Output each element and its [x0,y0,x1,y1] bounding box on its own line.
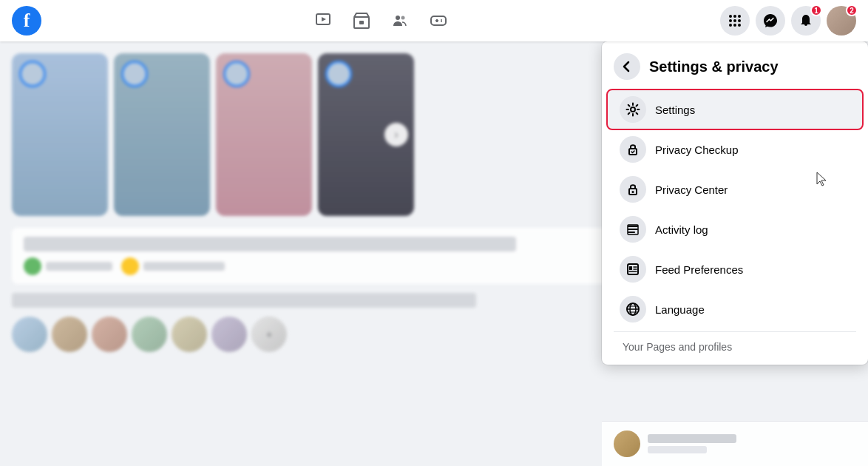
svg-text:f: f [24,10,30,31]
bottom-profile-row[interactable] [602,421,868,466]
bottom-profile-avatar [614,430,640,457]
activity-log-label: Activity log [655,223,708,236]
svg-point-21 [738,24,741,27]
marketplace-nav-button[interactable] [344,3,379,38]
panel-header: Settings & privacy [602,47,868,89]
messenger-button[interactable] [756,6,785,36]
panel-title: Settings & privacy [649,58,779,75]
feeling-icon [121,257,139,275]
privacy-center-label: Privacy Center [655,183,728,196]
blur-headline [12,293,476,308]
navbar: f [0,0,868,41]
svg-marker-3 [322,17,326,21]
svg-point-14 [733,15,736,18]
story-card-4[interactable]: › [318,53,414,216]
svg-point-6 [396,16,400,20]
svg-rect-31 [629,266,632,270]
svg-point-17 [733,19,736,22]
footer-text: Your Pages and profiles [623,341,732,353]
watch-nav-button[interactable] [305,3,341,38]
story-card-1[interactable] [12,53,108,216]
friend-avatar-3[interactable] [92,317,127,352]
panel-footer: Your Pages and profiles [602,335,868,359]
svg-point-16 [729,19,732,22]
post-action-1 [24,257,112,275]
live-label [46,262,112,271]
globe-icon [625,302,640,317]
svg-point-11 [441,19,442,21]
back-button[interactable] [614,53,640,80]
groups-nav-button[interactable] [382,3,418,38]
menu-item-feed-preferences[interactable]: Feed Preferences [608,250,862,288]
svg-rect-5 [359,21,364,24]
svg-point-19 [729,24,732,27]
main-content: › [0,41,868,466]
facebook-logo: f [12,6,41,36]
profile-badge: 2 [846,4,858,16]
story-card-2[interactable] [114,53,210,216]
feed-preferences-icon-wrap [620,256,646,283]
menu-item-settings[interactable]: Settings [608,90,862,129]
settings-icon-wrap [620,96,646,123]
bottom-name-blur [648,434,736,443]
feed-icon [625,262,640,277]
bottom-profile-info [648,434,736,453]
gear-icon [625,102,640,117]
menu-item-privacy-center[interactable]: Privacy Center [608,170,862,209]
nav-left: f [12,6,41,36]
svg-point-25 [632,191,634,193]
svg-point-13 [729,15,732,18]
friend-avatar-5[interactable] [172,317,207,352]
language-icon-wrap [620,296,646,323]
notifications-badge: 1 [810,4,822,16]
live-icon [24,257,41,275]
post-action-2 [121,257,225,275]
language-label: Language [655,303,705,316]
privacy-checkup-label: Privacy Checkup [655,143,739,156]
feeling-label [143,262,225,271]
apps-button[interactable] [720,6,750,36]
settings-privacy-panel: Settings & privacy Settings [602,41,868,365]
privacy-checkup-icon-wrap [620,136,646,163]
list-icon [625,222,640,237]
friend-avatar-1[interactable] [12,317,47,352]
post-placeholder [24,237,516,251]
lock-icon [625,182,640,197]
activity-log-icon-wrap [620,216,646,243]
story-card-3[interactable] [216,53,312,216]
nav-right: 1 2 [720,6,856,36]
menu-item-language[interactable]: Language [608,290,862,328]
privacy-center-icon-wrap [620,176,646,203]
profile-avatar-button[interactable]: 2 [827,6,856,36]
friend-avatar-4[interactable] [132,317,167,352]
lock-check-icon [625,142,640,157]
svg-point-18 [738,19,741,22]
menu-divider [614,331,856,332]
svg-point-7 [401,16,405,20]
svg-point-12 [441,21,442,22]
menu-item-privacy-checkup[interactable]: Privacy Checkup [608,130,862,169]
nav-center [305,3,456,38]
svg-point-20 [733,24,736,27]
friend-avatar-more[interactable]: + [251,317,287,352]
friend-avatar-6[interactable] [211,317,247,352]
menu-item-activity-log[interactable]: Activity log [608,210,862,249]
feed-preferences-label: Feed Preferences [655,263,743,276]
svg-point-15 [738,15,741,18]
dropdown-area: Settings & privacy Settings [528,41,868,466]
notifications-button[interactable]: 1 [791,6,821,36]
bottom-sub-blur [648,446,707,453]
svg-point-22 [631,107,635,112]
friend-avatar-2[interactable] [52,317,87,352]
gaming-nav-button[interactable] [421,3,456,38]
story-next-arrow[interactable]: › [384,123,408,146]
settings-label: Settings [655,104,695,116]
